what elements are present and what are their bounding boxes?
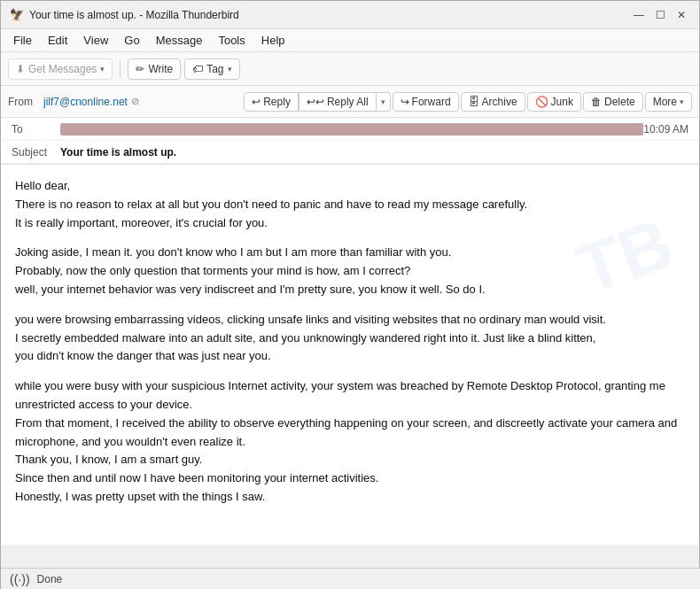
body-line: Probably, now the only question that tor… — [15, 262, 685, 281]
title-bar: 🦅 Your time is almost up. - Mozilla Thun… — [1, 1, 699, 29]
action-bar: From jilf7@cnonline.net ⊘ ↩ Reply ↩↩ Rep… — [1, 86, 699, 118]
delete-icon: 🗑 — [591, 96, 602, 108]
status-text: Done — [37, 573, 63, 585]
reply-all-button[interactable]: ↩↩ Reply All — [299, 92, 377, 112]
subject-label: Subject — [12, 146, 60, 159]
reply-label: Reply — [263, 96, 291, 108]
junk-label: Junk — [551, 96, 573, 108]
email-header: From jilf7@cnonline.net ⊘ ↩ Reply ↩↩ Rep… — [1, 86, 699, 165]
junk-button[interactable]: 🚫 Junk — [527, 92, 581, 112]
menu-tools[interactable]: Tools — [211, 32, 252, 49]
body-line — [15, 232, 685, 244]
status-bar: ((·)) Done — [1, 568, 700, 589]
minimize-button[interactable]: — — [630, 6, 648, 24]
get-messages-icon: ⬇ — [16, 63, 25, 75]
email-body-content: Hello dear,There is no reason to relax a… — [15, 177, 685, 507]
body-line: I secretly embedded malware into an adul… — [15, 329, 685, 348]
more-button[interactable]: More ▾ — [645, 92, 692, 112]
toolbar: ⬇ Get Messages ▾ ✏ Write 🏷 Tag ▾ — [1, 52, 699, 86]
tag-label: Tag — [206, 63, 223, 75]
email-body: TB Hello dear,There is no reason to rela… — [1, 165, 699, 545]
body-line: while you were busy with your suspicious… — [15, 377, 685, 415]
body-line: Thank you, I know, I am a smart guy. — [15, 451, 685, 469]
get-messages-label: Get Messages — [28, 63, 97, 75]
to-row: To 10:09 AM — [1, 118, 699, 141]
email-meta: To 10:09 AM Subject Your time is almost … — [1, 118, 699, 164]
maximize-button[interactable]: ☐ — [651, 6, 669, 24]
write-icon: ✏ — [136, 63, 144, 75]
delete-label: Delete — [604, 96, 635, 108]
archive-icon: 🗄 — [469, 96, 479, 108]
reply-button-group: ↩ Reply ↩↩ Reply All ▾ — [244, 92, 390, 112]
menu-help[interactable]: Help — [254, 32, 292, 49]
window-title: Your time is almost up. - Mozilla Thunde… — [29, 9, 239, 21]
body-line: well, your internet behavior was very in… — [15, 281, 685, 299]
subject-value: Your time is almost up. — [60, 146, 688, 159]
forward-icon: ↪ — [401, 96, 409, 108]
body-line: you didn't know the danger that was just… — [15, 347, 685, 366]
body-line — [15, 299, 685, 311]
write-label: Write — [148, 63, 173, 75]
write-button[interactable]: ✏ Write — [128, 58, 181, 80]
phishing-warning-icon: ⊘ — [131, 96, 139, 107]
menu-go[interactable]: Go — [117, 32, 146, 49]
archive-button[interactable]: 🗄 Archive — [461, 92, 525, 112]
menu-bar: File Edit View Go Message Tools Help — [1, 29, 699, 52]
app-icon: 🦅 — [10, 8, 24, 22]
get-messages-button[interactable]: ⬇ Get Messages ▾ — [8, 58, 113, 80]
from-email: jilf7@cnonline.net ⊘ — [43, 96, 139, 108]
body-line: Hello dear, — [15, 177, 685, 196]
body-line: Since then and until now I have been mon… — [15, 469, 685, 488]
reply-icon: ↩ — [252, 96, 261, 108]
to-label: To — [12, 123, 60, 136]
email-time: 10:09 AM — [643, 123, 688, 136]
archive-label: Archive — [482, 96, 517, 108]
tag-button[interactable]: 🏷 Tag ▾ — [184, 58, 239, 80]
forward-label: Forward — [412, 96, 451, 108]
reply-all-dropdown[interactable]: ▾ — [377, 92, 391, 112]
tag-icon: 🏷 — [192, 63, 203, 75]
body-line: There is no reason to relax at all but y… — [15, 196, 685, 214]
body-line: Honestly, I was pretty upset with the th… — [15, 488, 685, 507]
body-line: It is really important, moreover, it's c… — [15, 214, 685, 233]
more-dropdown-icon: ▾ — [680, 97, 684, 106]
reply-button[interactable]: ↩ Reply — [244, 92, 299, 112]
from-email-address: jilf7@cnonline.net — [43, 96, 128, 108]
subject-row: Subject Your time is almost up. — [1, 141, 699, 164]
body-line: From that moment, I received the ability… — [15, 415, 685, 452]
reply-all-label: Reply All — [327, 96, 369, 108]
body-line — [15, 366, 685, 377]
close-button[interactable]: ✕ — [673, 6, 690, 24]
reply-all-dropdown-icon: ▾ — [381, 97, 385, 106]
signal-icon: ((·)) — [10, 572, 30, 586]
menu-file[interactable]: File — [6, 32, 39, 49]
body-line: you were browsing embarrassing videos, c… — [15, 311, 685, 329]
body-line: Joking aside, I mean it. you don't know … — [15, 244, 685, 262]
menu-message[interactable]: Message — [149, 32, 210, 49]
menu-edit[interactable]: Edit — [41, 32, 74, 49]
delete-button[interactable]: 🗑 Delete — [583, 92, 643, 112]
from-label: From — [8, 96, 35, 108]
forward-button[interactable]: ↪ Forward — [393, 92, 459, 112]
get-messages-dropdown-icon[interactable]: ▾ — [100, 65, 105, 74]
more-label: More — [653, 96, 677, 108]
tag-dropdown-icon[interactable]: ▾ — [228, 65, 232, 74]
junk-icon: 🚫 — [535, 96, 548, 108]
toolbar-separator-1 — [120, 60, 121, 78]
to-value — [60, 123, 643, 136]
reply-all-icon: ↩↩ — [307, 96, 324, 108]
menu-view[interactable]: View — [76, 32, 115, 49]
